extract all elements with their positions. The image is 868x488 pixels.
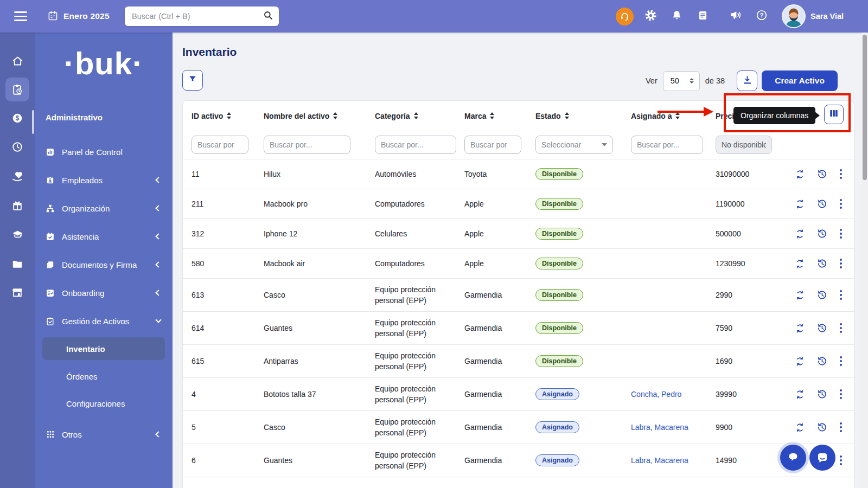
calendar-check-icon xyxy=(46,232,55,241)
hamburger-menu-icon[interactable] xyxy=(14,11,27,21)
history-icon[interactable] xyxy=(816,389,827,400)
sidebar-item-onboarding[interactable]: Onboarding xyxy=(35,279,173,307)
kebab-menu-icon[interactable] xyxy=(839,289,843,301)
help-button[interactable]: ? xyxy=(751,0,773,33)
filter-nombre-input[interactable] xyxy=(264,136,350,154)
table-row[interactable]: 5 Casco Equipo protección personal (EPP)… xyxy=(183,411,854,444)
history-icon[interactable] xyxy=(816,290,827,300)
rail-files-button[interactable] xyxy=(5,252,29,275)
table-body: 11 Hilux Automóviles Toyota Disponible 3… xyxy=(183,159,854,477)
history-icon[interactable] xyxy=(816,228,827,239)
sidebar-subitem-inventario[interactable]: Inventario xyxy=(42,337,165,360)
settings-button[interactable] xyxy=(640,0,661,33)
filter-id-input[interactable] xyxy=(192,136,248,154)
history-icon[interactable] xyxy=(816,198,827,209)
sync-icon[interactable] xyxy=(795,259,805,269)
rail-marketplace-button[interactable] xyxy=(5,280,29,304)
sync-icon[interactable] xyxy=(795,356,805,367)
create-asset-button[interactable]: Crear Activo xyxy=(762,70,838,91)
rail-time-button[interactable] xyxy=(5,135,29,159)
filter-marca-input[interactable] xyxy=(464,136,521,154)
sync-icon[interactable] xyxy=(795,199,805,209)
history-icon[interactable] xyxy=(816,422,827,433)
cell-categoria: Equipo protección personal (EPP) xyxy=(375,416,464,439)
sync-icon[interactable] xyxy=(795,169,805,179)
table-row[interactable]: 613 Casco Equipo protección personal (EP… xyxy=(183,279,854,312)
table-row[interactable]: 580 Macbook air Computadores Apple Dispo… xyxy=(183,249,854,279)
sidebar-item-documentos-y-firma[interactable]: Documentos y Firma xyxy=(35,251,173,279)
messenger-widget-button[interactable] xyxy=(809,445,835,471)
table-row[interactable]: 11 Hilux Automóviles Toyota Disponible 3… xyxy=(183,159,854,189)
rail-payroll-button[interactable]: $ xyxy=(5,106,29,130)
table-row[interactable]: 615 Antiparras Equipo protección persona… xyxy=(183,345,854,378)
sidebar-item-empleados[interactable]: Empleados xyxy=(35,166,173,194)
support-button[interactable] xyxy=(614,0,635,33)
scrollbar-thumb[interactable] xyxy=(863,35,867,180)
table-row[interactable]: 4 Bototos talla 37 Equipo protección per… xyxy=(183,378,854,411)
sidebar-item-gestion-de-activos[interactable]: Gestión de Activos xyxy=(35,307,173,335)
table-row[interactable]: 6 Guantes Equipo protección personal (EP… xyxy=(183,444,854,477)
sync-icon[interactable] xyxy=(795,290,805,300)
rail-gift-button[interactable] xyxy=(5,194,29,217)
col-header-estado[interactable]: Estado xyxy=(535,112,631,120)
kebab-menu-icon[interactable] xyxy=(839,198,843,210)
user-name[interactable]: Sara Vial xyxy=(810,0,844,33)
table-row[interactable]: 211 Macbook pro Computadores Apple Dispo… xyxy=(183,189,854,219)
kebab-menu-icon[interactable] xyxy=(839,168,843,180)
search-input[interactable] xyxy=(125,12,263,21)
cell-asignado[interactable]: Concha, Pedro xyxy=(631,390,716,399)
rail-home-button[interactable] xyxy=(5,49,29,73)
status-badge: Disponible xyxy=(535,198,583,210)
kebab-menu-icon[interactable] xyxy=(839,421,843,433)
kebab-menu-icon[interactable] xyxy=(839,454,843,466)
news-button[interactable] xyxy=(692,0,713,33)
history-icon[interactable] xyxy=(816,323,827,333)
kebab-menu-icon[interactable] xyxy=(839,228,843,240)
cell-asignado[interactable]: Labra, Macarena xyxy=(631,456,716,465)
announcements-button[interactable] xyxy=(725,0,746,33)
table-row[interactable]: 312 Iphone 12 Celulares Apple Disponible… xyxy=(183,219,854,249)
sync-icon[interactable] xyxy=(795,323,805,333)
filter-estado-select[interactable]: Seleccionar xyxy=(535,136,613,154)
sidebar-item-panel-de-control[interactable]: Panel de Control xyxy=(35,138,173,166)
sidebar-subitem-ordenes[interactable]: Órdenes xyxy=(42,363,165,390)
sync-icon[interactable] xyxy=(795,229,805,239)
kebab-menu-icon[interactable] xyxy=(839,388,843,400)
history-icon[interactable] xyxy=(816,258,827,269)
filter-button[interactable] xyxy=(182,70,203,91)
chat-widget-button[interactable] xyxy=(780,445,806,471)
kebab-menu-icon[interactable] xyxy=(839,322,843,334)
user-avatar[interactable] xyxy=(782,4,806,28)
period-selector[interactable]: Enero 2025 xyxy=(48,0,110,33)
col-header-id[interactable]: ID activo xyxy=(192,112,264,120)
download-button[interactable] xyxy=(737,70,757,91)
notifications-button[interactable] xyxy=(666,0,687,33)
history-icon[interactable] xyxy=(816,169,827,179)
sort-icon xyxy=(675,112,680,119)
col-header-categoria[interactable]: Categoría xyxy=(375,112,464,120)
history-icon[interactable] xyxy=(816,356,827,367)
sidebar-item-asistencia[interactable]: Asistencia xyxy=(35,222,173,251)
sidebar-item-organizacion[interactable]: Organización xyxy=(35,194,173,222)
sync-icon[interactable] xyxy=(795,389,805,400)
page-size-select[interactable]: 50 xyxy=(663,71,700,91)
global-search[interactable] xyxy=(125,7,279,26)
rail-admin-button[interactable] xyxy=(5,78,29,101)
rail-training-button[interactable] xyxy=(5,222,29,246)
vertical-scrollbar[interactable] xyxy=(861,33,868,488)
search-icon[interactable] xyxy=(263,10,273,22)
col-header-nombre[interactable]: Nombre del activo xyxy=(264,112,375,120)
filter-categoria-input[interactable] xyxy=(375,136,456,154)
sidebar-subitem-configuraciones[interactable]: Configuraciones xyxy=(42,390,165,417)
kebab-menu-icon[interactable] xyxy=(839,258,843,269)
kebab-menu-icon[interactable] xyxy=(839,355,843,367)
sidebar-item-otros[interactable]: Otros xyxy=(35,420,173,448)
table-row[interactable]: 614 Guantes Equipo protección personal (… xyxy=(183,312,854,345)
rail-benefits-button[interactable] xyxy=(5,164,29,188)
cell-asignado[interactable]: Labra, Macarena xyxy=(631,423,716,432)
col-header-marca[interactable]: Marca xyxy=(464,112,535,120)
filter-asignado-input[interactable] xyxy=(631,136,703,154)
sync-icon[interactable] xyxy=(795,422,805,433)
organize-columns-button[interactable] xyxy=(824,105,844,124)
col-header-asignado[interactable]: Asignado a xyxy=(631,112,716,120)
